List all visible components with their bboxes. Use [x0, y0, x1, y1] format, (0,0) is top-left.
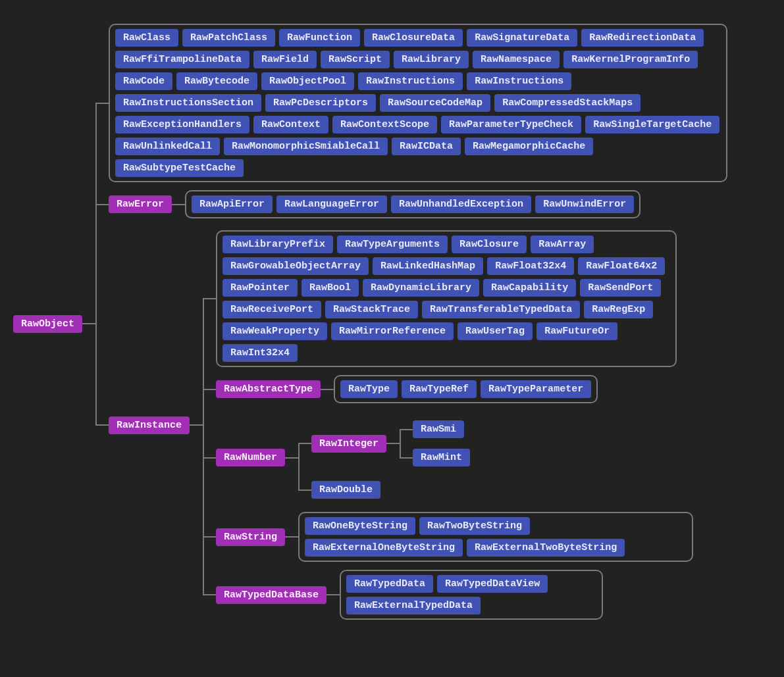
leaf-group-abstracttype: RawTypeRawTypeRefRawTypeParameter	[334, 375, 598, 403]
rawinstance-children: RawLibraryPrefixRawTypeArgumentsRawClosu…	[203, 226, 693, 624]
leaf-node: RawTypeArguments	[337, 236, 448, 253]
child-row: RawInteger RawSmi RawMint	[298, 415, 470, 472]
leaf-node: RawWeakProperty	[222, 322, 327, 340]
leaf-node: RawExceptionHandlers	[115, 116, 249, 134]
leaf-node: RawLanguageError	[276, 195, 387, 213]
leaf-node: RawSourceCodeMap	[380, 94, 490, 112]
leaf-node: RawSignatureData	[467, 29, 577, 47]
leaf-node: RawClosureData	[364, 29, 463, 47]
leaf-node: RawMegamorphicCache	[465, 138, 593, 155]
node-rawtypeddatabase: RawTypedDataBase	[216, 586, 327, 604]
connector	[321, 389, 334, 390]
leaf-node: RawUnwindError	[535, 195, 634, 213]
connector	[285, 536, 298, 538]
leaf-node: RawDynamicLibrary	[363, 279, 479, 297]
leaf-node: RawOneByteString	[305, 517, 415, 535]
leaf-node: RawClosure	[452, 236, 527, 253]
connector	[386, 443, 400, 444]
leaf-node: RawMirrorReference	[331, 322, 454, 340]
leaf-node: RawUserTag	[457, 322, 533, 340]
leaf-node: RawCode	[115, 72, 172, 90]
node-rawerror: RawError	[109, 195, 172, 213]
leaf-node: RawApiError	[192, 195, 273, 213]
leaf-node: RawContext	[253, 116, 328, 134]
leaf-node: RawSendPort	[580, 279, 661, 297]
leaf-node: RawCapability	[483, 279, 576, 297]
leaf-node: RawLibraryPrefix	[222, 236, 333, 253]
leaf-node: RawTransferableTypedData	[422, 301, 580, 318]
child-row: RawMint	[400, 447, 470, 468]
child-row: RawNumber RawInteger RawSmi	[203, 411, 693, 504]
node-rawabstracttype: RawAbstractType	[216, 380, 321, 398]
child-row: RawClassRawPatchClassRawFunctionRawClosu…	[95, 24, 727, 182]
leaf-node: RawObjectPool	[261, 72, 354, 90]
leaf-node: RawTypedData	[346, 575, 433, 593]
leaf-node: RawFunction	[279, 29, 360, 47]
leaf-node: RawReceivePort	[222, 301, 321, 318]
leaf-node: RawKernelProgramInfo	[563, 51, 698, 68]
leaf-node: RawFutureOr	[536, 322, 617, 340]
node-rawinstance: RawInstance	[109, 416, 190, 434]
leaf-node: RawParameterTypeCheck	[441, 116, 581, 134]
leaf-node: RawBool	[301, 279, 359, 297]
leaf-node: RawMint	[413, 449, 470, 466]
leaf-node: RawStackTrace	[325, 301, 418, 318]
leaf-node: RawField	[253, 51, 317, 68]
connector	[327, 594, 340, 595]
leaf-node: RawCompressedStackMaps	[494, 94, 640, 112]
leaf-group-instance: RawLibraryPrefixRawTypeArgumentsRawClosu…	[216, 230, 677, 367]
leaf-node: RawInstructions	[358, 72, 463, 90]
leaf-node: RawSubtypeTestCache	[115, 159, 244, 177]
leaf-node: RawInt32x4	[222, 344, 298, 362]
leaf-group-string: RawOneByteStringRawTwoByteStringRawExter…	[298, 512, 693, 562]
node-rawobject: RawObject	[13, 315, 82, 333]
leaf-node: RawSmi	[413, 420, 464, 438]
connector	[172, 204, 185, 205]
rawnumber-children: RawInteger RawSmi RawMint	[298, 411, 470, 504]
rawinteger-children: RawSmi RawMint	[400, 415, 470, 472]
leaf-node: RawFfiTrampolineData	[115, 51, 249, 68]
leaf-node: RawDouble	[311, 481, 380, 499]
connector	[285, 457, 298, 459]
leaf-node: RawTypedDataView	[437, 575, 548, 593]
rawobject-children: RawClassRawPatchClassRawFunctionRawClosu…	[95, 20, 727, 628]
leaf-node: RawPcDescriptors	[265, 94, 376, 112]
node-rawnumber: RawNumber	[216, 449, 285, 466]
child-row: RawInstance RawLibraryPrefixRawTypeArgum…	[95, 226, 727, 624]
leaf-node: RawInstructions	[467, 72, 571, 90]
diagram-root: RawObject RawClassRawPatchClassRawFuncti…	[13, 20, 771, 628]
leaf-node: RawUnlinkedCall	[115, 138, 220, 155]
child-row: RawAbstractType RawTypeRawTypeRefRawType…	[203, 375, 693, 403]
leaf-node: RawPointer	[222, 279, 298, 297]
leaf-node: RawTypeParameter	[481, 380, 591, 398]
leaf-node: RawNamespace	[473, 51, 560, 68]
connector	[190, 424, 203, 426]
leaf-node: RawExternalTwoByteString	[467, 539, 625, 557]
leaf-node: RawInstructionsSection	[115, 94, 261, 112]
leaf-node: RawArray	[531, 236, 594, 253]
leaf-node: RawLinkedHashMap	[373, 257, 483, 275]
leaf-node: RawSingleTargetCache	[585, 116, 719, 134]
leaf-node: RawRedirectionData	[581, 29, 704, 47]
leaf-node: RawICData	[392, 138, 461, 155]
leaf-node: RawBytecode	[176, 72, 257, 90]
leaf-node: RawFloat64x2	[578, 257, 665, 275]
child-row: RawString RawOneByteStringRawTwoByteStri…	[203, 512, 693, 562]
child-row: RawSmi	[400, 419, 470, 439]
leaf-node: RawMonomorphicSmiableCall	[224, 138, 388, 155]
leaf-node: RawGrowableObjectArray	[222, 257, 369, 275]
leaf-group-typed: RawTypedDataRawTypedDataViewRawExternalT…	[340, 570, 603, 620]
child-row: RawDouble	[298, 480, 470, 500]
leaf-node: RawPatchClass	[182, 29, 275, 47]
node-rawinteger: RawInteger	[311, 435, 386, 453]
leaf-node: RawType	[340, 380, 398, 398]
leaf-node: RawTypeRef	[402, 380, 477, 398]
child-row: RawTypedDataBase RawTypedDataRawTypedDat…	[203, 570, 693, 620]
leaf-group-object: RawClassRawPatchClassRawFunctionRawClosu…	[109, 24, 727, 182]
leaf-node: RawClass	[115, 29, 178, 47]
leaf-node: RawScript	[321, 51, 390, 68]
connector	[82, 323, 95, 324]
child-row: RawLibraryPrefixRawTypeArgumentsRawClosu…	[203, 230, 693, 367]
leaf-group-error: RawApiErrorRawLanguageErrorRawUnhandledE…	[185, 190, 640, 218]
leaf-node: RawUnhandledException	[391, 195, 531, 213]
